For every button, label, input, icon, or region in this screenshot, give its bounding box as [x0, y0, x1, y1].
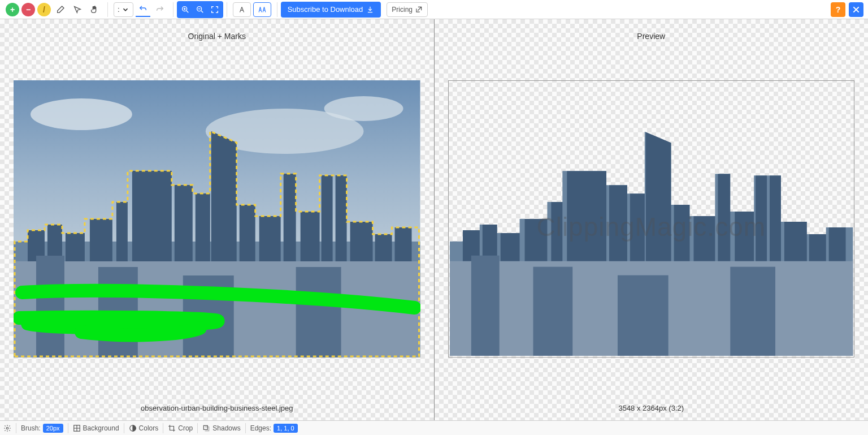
subscribe-label: Subscribe to Download — [288, 5, 363, 14]
gear-icon — [3, 424, 11, 432]
original-image-canvas[interactable] — [14, 80, 420, 358]
status-bar: Brush: 20px Background Colors Crop Shado… — [0, 420, 868, 435]
zoom-out-icon — [196, 5, 205, 14]
svg-point-54 — [6, 427, 8, 429]
single-letter-icon — [238, 6, 246, 14]
preview-panel: Preview — [435, 19, 869, 420]
top-toolbar: + − / : — [0, 0, 868, 19]
brush-label: Brush: — [21, 424, 41, 432]
grid-icon — [73, 424, 81, 432]
brush-size-dropdown[interactable]: : — [114, 2, 133, 17]
fit-icon — [210, 5, 219, 14]
settings-button[interactable] — [3, 424, 11, 432]
shadows-button[interactable]: Shadows — [202, 424, 240, 432]
colors-button[interactable]: Colors — [129, 424, 159, 432]
original-image — [14, 80, 420, 358]
chevron-down-icon — [121, 6, 129, 14]
text-tool-button[interactable] — [233, 2, 251, 17]
redo-button[interactable] — [153, 2, 167, 17]
eraser-tool-button[interactable] — [53, 2, 68, 17]
hair-tool-button[interactable]: / — [37, 3, 51, 16]
shadows-label: Shadows — [212, 424, 240, 432]
download-icon — [366, 6, 374, 14]
hand-icon — [90, 5, 99, 14]
close-button[interactable] — [849, 2, 863, 17]
pointer-icon — [73, 5, 82, 14]
colors-label: Colors — [139, 424, 159, 432]
fit-screen-button[interactable] — [207, 2, 222, 17]
edges-value: 1, 1, 0 — [274, 424, 298, 433]
redo-icon — [155, 5, 164, 14]
external-link-icon — [415, 6, 423, 14]
svg-rect-29 — [296, 267, 341, 358]
remove-mark-button[interactable]: − — [21, 3, 35, 16]
edges-status[interactable]: Edges: 1, 1, 0 — [250, 424, 298, 433]
undo-button[interactable] — [136, 2, 150, 17]
svg-rect-50 — [471, 256, 499, 357]
svg-rect-57 — [204, 425, 208, 429]
brush-status[interactable]: Brush: 20px — [21, 424, 63, 433]
eraser-icon — [56, 5, 65, 14]
brush-size-value: : — [118, 5, 120, 14]
crop-icon — [168, 424, 176, 432]
pointer-tool-button[interactable] — [70, 2, 85, 17]
brush-value: 20px — [43, 424, 63, 433]
edges-label: Edges: — [250, 424, 271, 432]
contrast-icon — [129, 424, 137, 432]
left-panel-title: Original + Marks — [0, 32, 434, 41]
add-mark-button[interactable]: + — [6, 3, 19, 16]
preview-image — [449, 81, 854, 357]
zoom-out-button[interactable] — [193, 2, 207, 17]
zoom-in-button[interactable] — [178, 2, 193, 17]
svg-point-5 — [324, 96, 403, 121]
shadow-icon — [202, 424, 210, 432]
zoom-controls — [177, 1, 223, 18]
zoom-in-icon — [181, 5, 190, 14]
close-icon — [852, 5, 861, 14]
background-button[interactable]: Background — [73, 424, 119, 432]
original-panel: Original + Marks — [0, 19, 434, 420]
crop-button[interactable]: Crop — [168, 424, 193, 432]
crop-label: Crop — [178, 424, 193, 432]
svg-rect-53 — [730, 267, 775, 357]
pan-tool-button[interactable] — [87, 2, 102, 17]
help-button[interactable]: ? — [831, 2, 845, 17]
filename-caption: observation-urban-building-business-stee… — [0, 404, 434, 412]
pricing-button[interactable]: Pricing — [387, 2, 428, 17]
svg-rect-26 — [36, 256, 64, 358]
svg-rect-52 — [617, 275, 668, 357]
workspace: Original + Marks — [0, 19, 868, 420]
preview-image-canvas[interactable] — [448, 80, 855, 358]
compare-icon — [258, 6, 266, 14]
dimensions-caption: 3548 x 2364px (3:2) — [435, 404, 869, 412]
svg-point-3 — [31, 98, 132, 130]
help-icon: ? — [836, 5, 841, 14]
right-panel-title: Preview — [435, 32, 869, 41]
background-label: Background — [83, 424, 119, 432]
subscribe-button[interactable]: Subscribe to Download — [281, 2, 381, 18]
undo-icon — [138, 5, 147, 14]
svg-rect-51 — [533, 267, 572, 357]
compare-mode-button[interactable] — [253, 2, 271, 17]
pricing-label: Pricing — [392, 6, 413, 14]
